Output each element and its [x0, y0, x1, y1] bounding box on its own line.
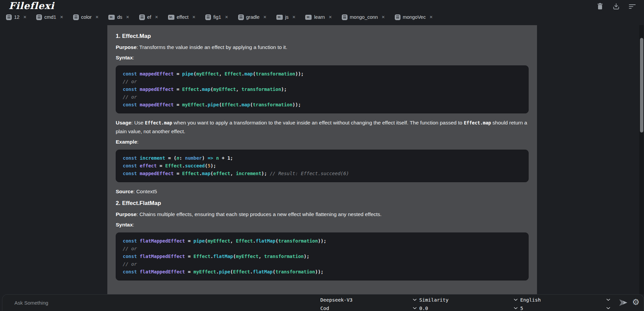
chevron-down-icon — [413, 299, 417, 301]
settings-gear-icon[interactable]: ⚙ — [632, 297, 640, 308]
document-icon — [73, 14, 79, 20]
tab-label: mongo_conn — [350, 14, 378, 20]
top-k-select[interactable]: 5 — [520, 304, 613, 311]
mode-select[interactable]: Cod — [320, 304, 419, 311]
code-line: const mappedEffect = myEffect.pipe(Effec… — [123, 101, 522, 109]
chevron-down-icon — [514, 307, 518, 309]
tab-close-icon[interactable]: ✕ — [155, 15, 158, 19]
document-icon — [36, 14, 42, 20]
tab-label: ef — [147, 14, 151, 20]
markdown-icon: M↓ — [108, 15, 115, 20]
markdown-icon: M↓ — [276, 15, 283, 20]
model-select[interactable]: Deepseek-V3 — [320, 296, 419, 304]
tab-label: mongoVec — [403, 14, 426, 20]
tab[interactable]: fig1 ✕ — [205, 14, 228, 20]
tab[interactable]: M↓ ds ✕ — [108, 14, 129, 20]
labeled-paragraph: Purpose: Transforms the value inside an … — [116, 43, 529, 51]
trash-icon[interactable] — [596, 3, 604, 10]
code-line: const mappedEffect = pipe(myEffect, Effe… — [123, 70, 522, 78]
code-block: const mappedEffect = pipe(myEffect, Effe… — [116, 65, 529, 113]
document-icon — [139, 14, 145, 20]
download-icon[interactable] — [612, 3, 620, 10]
threshold-select[interactable]: 0.0 — [419, 304, 520, 311]
select-value: Similarity — [419, 297, 448, 303]
tab-close-icon[interactable]: ✕ — [429, 15, 433, 19]
code-line: // or — [123, 78, 522, 86]
tab[interactable]: cmd1 ✕ — [36, 14, 63, 20]
section-heading: 1. Effect.Map — [116, 33, 529, 40]
markdown-icon: M↓ — [305, 15, 312, 20]
tab-label: js — [285, 14, 288, 20]
tab-bar: 12 ✕ cmd1 ✕ color ✕ M↓ ds ✕ ef ✕ M↓ effe… — [6, 13, 433, 21]
tab-close-icon[interactable]: ✕ — [263, 15, 267, 19]
chevron-down-icon — [606, 299, 610, 301]
select-value: 0.0 — [419, 306, 428, 311]
labeled-paragraph: Purpose: Chains multiple effects, ensuri… — [116, 210, 529, 218]
tab-close-icon[interactable]: ✕ — [60, 15, 63, 19]
tab[interactable]: M↓ js ✕ — [276, 14, 296, 20]
labeled-paragraph: Syntax: — [116, 53, 529, 62]
code-line: // or — [123, 93, 522, 101]
tab-close-icon[interactable]: ✕ — [382, 15, 385, 19]
tab-close-icon[interactable]: ✕ — [23, 15, 26, 19]
metric-select[interactable]: Similarity — [419, 296, 520, 304]
labeled-paragraph: Syntax: — [116, 220, 529, 229]
tab[interactable]: ef ✕ — [139, 14, 158, 20]
code-line: // or — [123, 260, 522, 268]
scrollbar-thumb[interactable] — [640, 38, 643, 133]
code-line: const mappedEffect = Effect.map(effect, … — [123, 170, 522, 177]
tab-label: 12 — [14, 14, 19, 20]
tab-label: ds — [117, 14, 122, 20]
code-line: const flatMappedEffect = Effect.flatMap(… — [123, 253, 522, 260]
code-block: const flatMappedEffect = pipe(myEffect, … — [116, 232, 529, 280]
scrollbar-track[interactable] — [639, 25, 644, 294]
document-icon — [6, 14, 12, 20]
tab[interactable]: 12 ✕ — [6, 14, 26, 20]
header-actions — [596, 3, 636, 10]
tab-close-icon[interactable]: ✕ — [126, 15, 129, 19]
select-value: English — [520, 297, 541, 303]
tab-close-icon[interactable]: ✕ — [292, 15, 296, 19]
tab-label: cmd1 — [44, 14, 56, 20]
tab-label: effect — [177, 14, 189, 20]
select-value: Cod — [320, 306, 329, 311]
tab[interactable]: M↓ learn ✕ — [305, 14, 332, 20]
document-icon — [342, 14, 347, 20]
language-select[interactable]: English — [520, 296, 613, 304]
app-logo: Fileflexi — [9, 0, 54, 11]
tab-close-icon[interactable]: ✕ — [192, 15, 196, 19]
code-line: const flatMappedEffect = pipe(myEffect, … — [123, 237, 522, 245]
chevron-down-icon — [413, 307, 417, 309]
section-heading: 2. Effect.FlatMap — [116, 200, 529, 207]
document-icon — [205, 14, 211, 20]
send-icon[interactable] — [618, 298, 628, 307]
code-block: const increment = (n: number) => n + 1;c… — [116, 150, 529, 182]
ask-input[interactable] — [2, 295, 316, 311]
tab[interactable]: mongo_conn ✕ — [342, 14, 385, 20]
tab[interactable]: mongoVec ✕ — [395, 14, 433, 20]
tab[interactable]: color ✕ — [73, 14, 99, 20]
markdown-icon: M↓ — [168, 15, 174, 20]
tab-close-icon[interactable]: ✕ — [329, 15, 332, 19]
rich-paragraph: Usage: Use Effect.map when you want to a… — [116, 118, 529, 136]
labeled-paragraph: Source: Context5 — [116, 187, 529, 196]
tab-close-icon[interactable]: ✕ — [225, 15, 228, 19]
tab-close-icon[interactable]: ✕ — [95, 15, 99, 19]
app-root: Fileflexi 12 ✕ — [0, 0, 644, 311]
chevron-down-icon — [514, 299, 518, 301]
filter-lines-icon[interactable] — [629, 3, 636, 10]
content-panel: 1. Effect.MapPurpose: Transforms the val… — [107, 25, 537, 311]
tab-label: color — [81, 14, 92, 20]
tab-label: fig1 — [213, 14, 221, 20]
tab-label: gradle — [246, 14, 260, 20]
chevron-down-icon — [606, 307, 610, 309]
document-icon — [395, 14, 400, 20]
labeled-paragraph: Example: — [116, 138, 529, 146]
code-line: const mappedEffect = Effect.map(myEffect… — [123, 86, 522, 93]
tab[interactable]: gradle ✕ — [238, 14, 267, 20]
code-line: const effect = Effect.succeed(5); — [123, 162, 522, 170]
composer-selects: Deepseek-V3SimilarityEnglishCod0.05 — [320, 296, 613, 311]
code-line: const flatMappedEffect = myEffect.pipe(E… — [123, 268, 522, 276]
select-value: Deepseek-V3 — [320, 297, 353, 303]
tab[interactable]: M↓ effect ✕ — [168, 14, 196, 20]
